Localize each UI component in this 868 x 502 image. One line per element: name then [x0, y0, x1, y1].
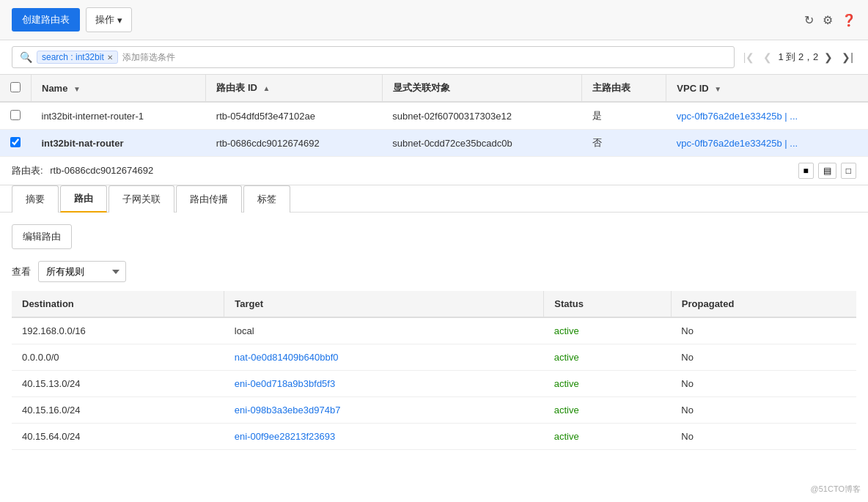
route-status: active [544, 344, 672, 371]
route-status: active [544, 397, 672, 424]
route-status: active [544, 317, 672, 344]
vpc-sort-icon: ▼ [714, 85, 721, 93]
route-target: local [224, 317, 544, 344]
route-destination: 40.15.64.0/24 [12, 424, 224, 450]
tab-routes[interactable]: 路由 [60, 185, 107, 213]
cell-name: int32bit-nat-router [32, 130, 206, 157]
tab-subnet[interactable]: 子网关联 [108, 185, 174, 213]
search-add-filter[interactable]: 添加筛选条件 [122, 51, 175, 64]
route-row: 192.168.0.0/16 local active No [12, 317, 856, 344]
route-target-value: local [235, 325, 254, 336]
routes-table: Destination Target Status Propagated 192… [12, 291, 856, 450]
route-target: eni-00f9ee28213f23693 [224, 424, 544, 450]
action-label: 操作 [95, 13, 114, 26]
route-row: 40.15.64.0/24 eni-00f9ee28213f23693 acti… [12, 424, 856, 450]
search-tag: search : int32bit ✕ [37, 51, 118, 64]
status-badge: active [554, 431, 579, 442]
name-sort-icon: ▼ [73, 85, 81, 93]
pagination: |❮ ❮ 1 到 2，2 ❯ ❯| [740, 50, 856, 64]
route-destination: 40.15.16.0/24 [12, 397, 224, 424]
routes-header-row: Destination Target Status Propagated [12, 291, 856, 317]
selected-label: 路由表: [12, 165, 43, 176]
route-propagated: No [671, 371, 856, 397]
cell-route-table-id: rtb-0686cdc9012674692 [206, 130, 382, 157]
search-tag-close-icon[interactable]: ✕ [107, 53, 113, 62]
route-target-link[interactable]: eni-00f9ee28213f23693 [235, 431, 335, 442]
cell-association: subnet-0cdd72ce35bcadc0b [382, 130, 581, 157]
row-checkbox[interactable] [10, 137, 21, 147]
view-controls: ■ ▤ □ [798, 163, 857, 179]
pagination-info: 1 到 2，2 [778, 51, 818, 64]
cell-vpc-id: vpc-0fb76a2de1e33425b | ... [666, 130, 868, 157]
search-icon: 🔍 [20, 51, 32, 63]
route-propagated: No [671, 317, 856, 344]
tab-propagation[interactable]: 路由传播 [176, 185, 242, 213]
filter-select[interactable]: 所有规则本地规则自定义规则 [38, 261, 126, 282]
help-icon[interactable]: ❓ [842, 13, 856, 27]
route-target-link[interactable]: eni-0e0d718a9b3bfd5f3 [235, 378, 335, 389]
edit-routes-button[interactable]: 编辑路由 [12, 224, 72, 249]
detail-panel: 编辑路由 查看 所有规则本地规则自定义规则 Destination Target… [0, 213, 868, 462]
pagination-next-button[interactable]: ❯ [821, 50, 836, 64]
tab-summary[interactable]: 摘要 [12, 185, 59, 213]
route-target: eni-0e0d718a9b3bfd5f3 [224, 371, 544, 397]
search-bar: 🔍 search : int32bit ✕ 添加筛选条件 |❮ ❮ 1 到 2，… [0, 40, 868, 75]
table-header-row: Name ▼ 路由表 ID ▲ 显式关联对象 主路由表 VPC ID ▼ [0, 75, 868, 102]
selected-info-bar: 路由表: rtb-0686cdc9012674692 ■ ▤ □ [0, 157, 868, 185]
route-status: active [544, 371, 672, 397]
create-route-table-button[interactable]: 创建路由表 [12, 8, 80, 32]
settings-icon[interactable]: ⚙ [823, 13, 833, 27]
filter-label: 查看 [12, 265, 31, 278]
row-checkbox[interactable] [10, 110, 21, 120]
toolbar-right: ↻ ⚙ ❓ [804, 13, 856, 27]
toolbar: 创建路由表 操作 ▾ ↻ ⚙ ❓ [0, 0, 868, 40]
status-badge: active [554, 325, 579, 336]
table-row[interactable]: int32bit-internet-router-1 rtb-054dfd5f3… [0, 102, 868, 130]
filter-row: 查看 所有规则本地规则自定义规则 [12, 261, 856, 282]
route-row: 40.15.13.0/24 eni-0e0d718a9b3bfd5f3 acti… [12, 371, 856, 397]
selected-route-table-info: 路由表: rtb-0686cdc9012674692 [12, 164, 153, 177]
pagination-prev-button[interactable]: ❮ [760, 50, 775, 64]
pagination-last-button[interactable]: ❯| [839, 50, 856, 64]
search-container[interactable]: 🔍 search : int32bit ✕ 添加筛选条件 [12, 46, 735, 68]
col-route-table-id[interactable]: 路由表 ID ▲ [206, 75, 382, 102]
cell-route-table-id: rtb-054dfd5f3e47102ae [206, 102, 382, 130]
route-destination: 0.0.0.0/0 [12, 344, 224, 371]
route-tables-table-wrap: Name ▼ 路由表 ID ▲ 显式关联对象 主路由表 VPC ID ▼ [0, 75, 868, 157]
col-main[interactable]: 主路由表 [582, 75, 666, 102]
select-all-header[interactable] [0, 75, 32, 102]
search-tag-text: search : int32bit [42, 52, 104, 62]
pagination-first-button[interactable]: |❮ [740, 50, 758, 64]
route-target: nat-0e0d81409b640bbf0 [224, 344, 544, 371]
route-row: 40.15.16.0/24 eni-098b3a3ebe3d974b7 acti… [12, 397, 856, 424]
action-arrow-icon: ▾ [117, 15, 122, 26]
view-split-horizontal-button[interactable]: ▤ [818, 163, 836, 179]
select-all-checkbox[interactable] [10, 82, 21, 92]
route-propagated: No [671, 344, 856, 371]
table-row[interactable]: int32bit-nat-router rtb-0686cdc901267469… [0, 130, 868, 157]
route-destination: 40.15.13.0/24 [12, 371, 224, 397]
cell-name: int32bit-internet-router-1 [32, 102, 206, 130]
route-tables-table: Name ▼ 路由表 ID ▲ 显式关联对象 主路由表 VPC ID ▼ [0, 75, 868, 157]
view-expand-button[interactable]: □ [841, 163, 856, 179]
status-badge: active [554, 378, 579, 389]
col-vpc-id[interactable]: VPC ID ▼ [666, 75, 868, 102]
col-association[interactable]: 显式关联对象 [382, 75, 581, 102]
action-button[interactable]: 操作 ▾ [86, 7, 132, 32]
route-row: 0.0.0.0/0 nat-0e0d81409b640bbf0 active N… [12, 344, 856, 371]
tab-tags[interactable]: 标签 [243, 185, 290, 213]
view-split-vertical-button[interactable]: ■ [798, 163, 814, 179]
route-target: eni-098b3a3ebe3d974b7 [224, 397, 544, 424]
vpc-id-link[interactable]: vpc-0fb76a2de1e33425b | ... [677, 138, 798, 149]
route-propagated: No [671, 424, 856, 450]
col-destination: Destination [12, 291, 224, 317]
col-name[interactable]: Name ▼ [32, 75, 206, 102]
route-target-link[interactable]: eni-098b3a3ebe3d974b7 [235, 405, 341, 416]
refresh-icon[interactable]: ↻ [804, 13, 814, 27]
detail-actions: 编辑路由 [12, 224, 856, 249]
route-target-link[interactable]: nat-0e0d81409b640bbf0 [235, 352, 339, 363]
selected-value: rtb-0686cdc9012674692 [50, 165, 153, 176]
id-sort-icon: ▲ [263, 84, 271, 92]
vpc-id-link[interactable]: vpc-0fb76a2de1e33425b | ... [677, 111, 798, 122]
cell-main: 否 [582, 130, 666, 157]
